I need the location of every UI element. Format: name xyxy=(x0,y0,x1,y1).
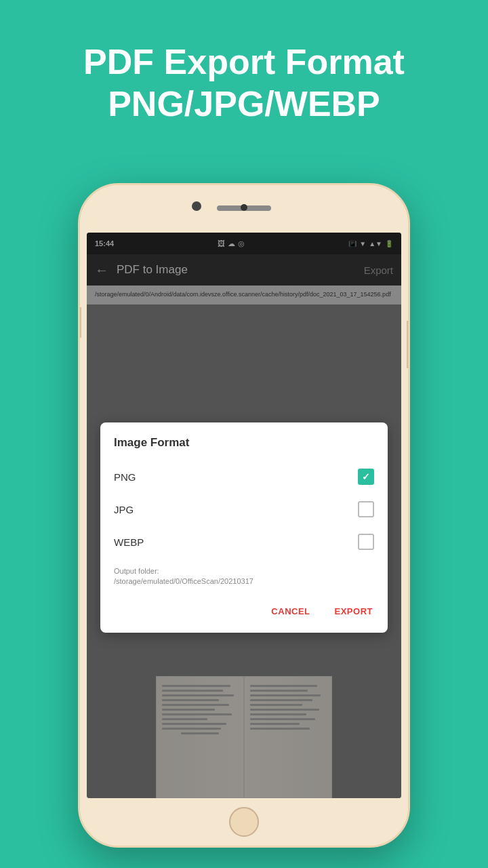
output-folder-label: Output folder: xyxy=(114,567,159,575)
output-folder-path: /storage/emulated/0/OfficeScan/20210317 xyxy=(114,577,253,585)
phone-frame: 15:44 🖼 ☁ ◎ 📳 ▼ ▲▼ 🔋 ← xyxy=(78,183,410,848)
jpg-option[interactable]: JPG xyxy=(100,493,388,526)
image-format-dialog: Image Format PNG JPG xyxy=(100,422,388,633)
phone-screen: 15:44 🖼 ☁ ◎ 📳 ▼ ▲▼ 🔋 ← xyxy=(87,233,401,798)
png-checkbox[interactable] xyxy=(358,469,374,485)
jpg-checkbox[interactable] xyxy=(358,501,374,517)
header-section: PDF Export Format PNG/JPG/WEBP xyxy=(83,41,405,125)
export-button[interactable]: EXPORT xyxy=(328,601,380,622)
dialog-buttons: CANCEL EXPORT xyxy=(100,595,388,627)
modal-overlay: Image Format PNG JPG xyxy=(87,233,401,798)
header-line1: PDF Export Format xyxy=(83,41,405,83)
phone-bottom xyxy=(80,798,408,846)
webp-label: WEBP xyxy=(114,536,144,548)
power-button xyxy=(407,321,410,368)
home-button[interactable] xyxy=(229,807,259,837)
png-option[interactable]: PNG xyxy=(100,460,388,493)
camera-dot xyxy=(241,204,247,211)
jpg-label: JPG xyxy=(114,504,134,515)
webp-option[interactable]: WEBP xyxy=(100,526,388,558)
webp-checkbox[interactable] xyxy=(358,534,374,550)
cancel-button[interactable]: CANCEL xyxy=(264,601,317,622)
volume-button xyxy=(78,307,81,338)
screen-content: 15:44 🖼 ☁ ◎ 📳 ▼ ▲▼ 🔋 ← xyxy=(87,233,401,798)
dialog-title: Image Format xyxy=(100,436,388,460)
phone-top xyxy=(80,185,408,233)
png-label: PNG xyxy=(114,471,136,483)
output-folder-section: Output folder: /storage/emulated/0/Offic… xyxy=(100,558,388,595)
header-line2: PNG/JPG/WEBP xyxy=(83,83,405,125)
front-camera xyxy=(192,201,201,211)
phone-mockup: 15:44 🖼 ☁ ◎ 📳 ▼ ▲▼ 🔋 ← xyxy=(78,183,410,848)
